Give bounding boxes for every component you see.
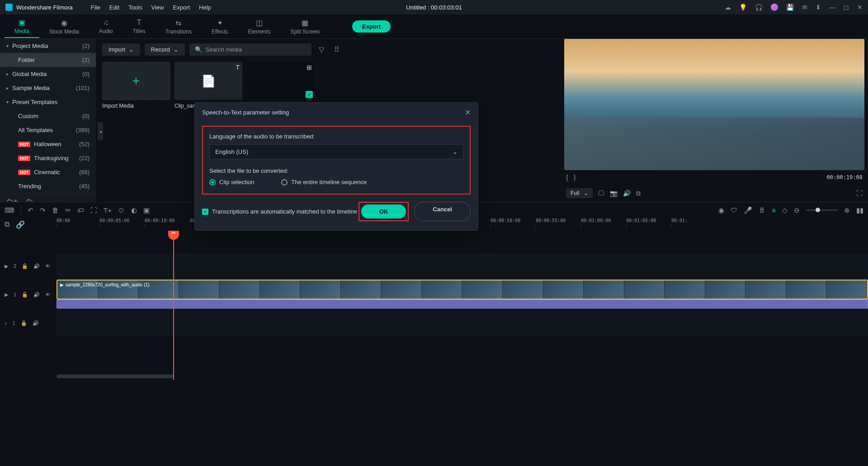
delete-icon[interactable]: 🗑 <box>52 206 59 214</box>
export-button[interactable]: Export <box>352 20 391 33</box>
menu-tools[interactable]: Tools <box>124 4 146 11</box>
close-icon[interactable]: ✕ <box>857 4 863 11</box>
visibility-icon[interactable]: 👁 <box>45 263 50 269</box>
speed-icon[interactable]: ⏲ <box>118 206 125 214</box>
sidebar-item-project-media[interactable]: ▾Project Media(2) <box>0 39 96 53</box>
cut-icon[interactable]: ✂ <box>65 206 71 214</box>
close-icon[interactable]: ✕ <box>465 108 471 117</box>
menu-file[interactable]: File <box>86 4 105 11</box>
sidebar-item-custom[interactable]: Custom(0) <box>0 109 96 123</box>
lightbulb-icon[interactable]: 💡 <box>739 4 747 11</box>
bracket-open-icon[interactable]: { <box>566 174 568 181</box>
tab-split-screen[interactable]: ▦Split Screen <box>280 16 330 38</box>
chevron-icon: ▸ <box>6 71 9 76</box>
audio-beat-icon[interactable]: ≡ <box>772 206 776 214</box>
record-dropdown[interactable]: Record⌄ <box>145 43 185 56</box>
keyframe-icon[interactable]: ◇ <box>782 206 788 214</box>
sidebar-item-halloween[interactable]: HOTHalloween(52) <box>0 137 96 151</box>
save-icon[interactable]: 💾 <box>786 4 794 11</box>
radio-entire-timeline[interactable]: The entire timeline sequence <box>281 179 367 185</box>
import-dropdown[interactable]: Import⌄ <box>102 43 140 56</box>
undo-icon[interactable]: ↶ <box>28 206 33 214</box>
zoom-in-icon[interactable]: ⊕ <box>844 206 850 214</box>
mail-icon[interactable]: ✉ <box>802 4 807 11</box>
minimize-icon[interactable]: — <box>829 4 835 11</box>
cancel-button[interactable]: Cancel <box>414 202 471 221</box>
mute-icon[interactable]: 🔊 <box>33 292 40 298</box>
quality-dropdown[interactable]: Full⌄ <box>566 188 593 198</box>
sidebar-item-global-media[interactable]: ▸Global Media(0) <box>0 67 96 81</box>
link-icon[interactable]: 🔗 <box>16 220 25 229</box>
sidebar-item-all-templates[interactable]: All Templates(399) <box>0 123 96 137</box>
sidebar-item-sample-media[interactable]: ▸Sample Media(101) <box>0 81 96 95</box>
tab-titles[interactable]: TTitles <box>123 16 155 37</box>
tag-icon[interactable]: 🏷 <box>77 206 84 214</box>
tab-media[interactable]: ▣Media <box>5 15 39 38</box>
lock-icon[interactable]: 🔓 <box>22 292 28 298</box>
sidebar-item-folder[interactable]: Folder(2) <box>0 53 96 67</box>
redo-icon[interactable]: ↷ <box>40 206 46 214</box>
text-tool-icon[interactable]: T+ <box>104 206 112 214</box>
tab-audio[interactable]: ♫Audio <box>89 16 123 37</box>
monitor-icon[interactable]: 🖵 <box>598 190 604 197</box>
video-clip[interactable]: ▶sample_1280x720_surfing_with_audio (1) <box>57 280 868 300</box>
sidebar-item-cinematic[interactable]: HOTCinematic(66) <box>0 165 96 179</box>
tab-transitions[interactable]: ⇆Transitions <box>156 16 202 38</box>
volume-icon[interactable]: 🔊 <box>623 190 631 197</box>
filter-icon[interactable]: ▽ <box>316 45 327 54</box>
language-select[interactable]: English (US) ⌄ <box>209 144 463 159</box>
preview-video[interactable] <box>564 39 864 170</box>
lock-icon[interactable]: 🔓 <box>21 320 27 326</box>
playhead[interactable] <box>173 231 174 380</box>
mute-icon[interactable]: 🔊 <box>33 320 39 326</box>
zoom-out-icon[interactable]: ⊖ <box>794 206 800 214</box>
import-media-tile[interactable]: + Import Media <box>102 62 170 109</box>
maximize-icon[interactable]: ◻ <box>844 4 849 11</box>
menu-edit[interactable]: Edit <box>105 4 124 11</box>
search-input[interactable]: 🔍Search media <box>189 43 311 56</box>
tab-elements[interactable]: ◫Elements <box>238 16 280 38</box>
zoom-slider[interactable] <box>806 209 838 211</box>
folder-icon[interactable]: 🗀 <box>26 197 33 202</box>
menu-export[interactable]: Export <box>168 4 194 11</box>
collapse-sidebar-handle[interactable]: ◂ <box>98 122 103 140</box>
visibility-icon[interactable]: 👁 <box>45 292 50 297</box>
layers-icon[interactable]: ⧉ <box>5 220 9 228</box>
tab-stock-media[interactable]: ◉Stock Media <box>39 16 89 38</box>
snapshot-icon[interactable]: 📷 <box>610 190 618 197</box>
keyboard-icon[interactable]: ⌨ <box>5 206 14 214</box>
render-icon[interactable]: ◉ <box>718 206 724 214</box>
menu-view[interactable]: View <box>146 4 168 11</box>
menu-help[interactable]: Help <box>194 4 216 11</box>
sidebar-item-preset-templates[interactable]: ▾Preset Templates <box>0 95 96 109</box>
sidebar-item-trending[interactable]: Trending(45) <box>0 179 96 193</box>
sidebar-item-thanksgiving[interactable]: HOTThanksgiving(22) <box>0 151 96 165</box>
audio-waveform[interactable] <box>57 300 868 309</box>
avatar-icon[interactable] <box>771 4 778 11</box>
subtitle-file-icon: 📄 <box>201 74 216 88</box>
mute-icon[interactable]: 🔊 <box>33 263 40 269</box>
headphones-icon[interactable]: 🎧 <box>755 4 763 11</box>
color-icon[interactable]: ◐ <box>131 206 137 214</box>
tab-effects[interactable]: ✦Effects <box>202 16 238 38</box>
sidebar-item-count: (45) <box>79 183 90 190</box>
voiceover-icon[interactable]: 🎤 <box>744 206 752 214</box>
new-folder-icon[interactable]: 🗀+ <box>6 197 18 202</box>
pip-icon[interactable]: ⧉ <box>636 190 641 197</box>
cloud-icon[interactable]: ☁ <box>725 4 731 11</box>
marker-icon[interactable]: 🛡 <box>731 206 737 214</box>
timeline-scrollbar[interactable] <box>57 375 174 378</box>
radio-clip-selection[interactable]: Clip selection <box>209 179 254 185</box>
crop-icon[interactable]: ⛶ <box>90 206 97 214</box>
green-screen-icon[interactable]: ▣ <box>143 206 150 214</box>
fullscreen-icon[interactable]: ⛶ <box>856 190 863 197</box>
download-icon[interactable]: ⬇ <box>816 4 821 11</box>
fit-icon[interactable]: ▮▮ <box>856 206 863 214</box>
bracket-close-icon[interactable]: } <box>574 174 576 181</box>
auto-match-checkbox[interactable]: ✓ Transcriptions are automatically match… <box>202 208 359 215</box>
grid-view-icon[interactable]: ⠿ <box>331 45 342 54</box>
sidebar-item-label: All Templates <box>18 127 53 133</box>
lock-icon[interactable]: 🔓 <box>22 263 28 269</box>
audio-mixer-icon[interactable]: 🎚 <box>759 206 765 214</box>
ok-button[interactable]: OK <box>361 204 406 219</box>
